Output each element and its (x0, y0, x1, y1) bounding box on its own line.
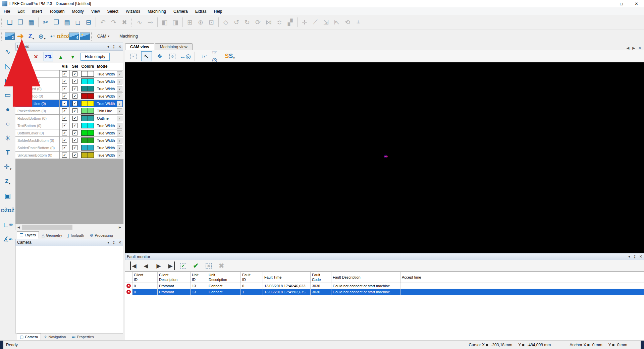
open-path-icon[interactable]: ∿ (134, 17, 145, 27)
visibility-checkbox[interactable]: ✓ (62, 108, 67, 113)
flip-left-icon[interactable]: ◧ (159, 17, 170, 27)
flip-right-icon[interactable]: ◨ (170, 17, 181, 27)
selectable-checkbox[interactable]: ✓ (72, 94, 77, 99)
mode-dropdown[interactable]: ∨ (117, 86, 122, 92)
board-production-wizard-icon[interactable]: 2 (4, 31, 15, 42)
rotate-angle-icon[interactable]: ⟳ (253, 17, 263, 27)
offset-icon[interactable]: ± (353, 17, 364, 27)
rotate-anchor-icon[interactable]: ⟲ (342, 17, 353, 27)
save-icon[interactable]: ▦ (26, 17, 37, 27)
visibility-checkbox[interactable]: ✓ (62, 123, 67, 128)
layer-color-swatch[interactable] (81, 93, 94, 99)
pin-icon[interactable]: ⊶ (633, 255, 637, 258)
rotate-ccw-icon[interactable]: ↺ (231, 17, 242, 27)
group-star-icon[interactable]: ⊛ (195, 17, 206, 27)
unaccept-all-icon[interactable]: ✖ (217, 261, 226, 270)
visibility-checkbox[interactable]: ✓ (62, 94, 67, 99)
selectable-checkbox[interactable]: ✓ (72, 79, 77, 84)
paste-icon[interactable]: ▤ (62, 17, 72, 27)
layer-color-swatch[interactable] (81, 86, 94, 92)
menu-select[interactable]: Select (104, 7, 122, 15)
minimize-button[interactable]: – (599, 0, 614, 7)
first-fault-icon[interactable]: ◀ (130, 261, 138, 270)
visibility-checkbox[interactable]: ✓ (62, 71, 67, 76)
layer-color-swatch[interactable] (81, 145, 94, 151)
camera-panel-header[interactable]: Camera ▾ ⊶ ✕ (15, 239, 123, 246)
selectable-checkbox[interactable]: ✓ (72, 130, 77, 135)
open-icon[interactable]: ❒ (15, 17, 26, 27)
selectable-checkbox[interactable]: ✓ (72, 145, 77, 150)
cam-view-combo[interactable]: CAM▾ (95, 34, 112, 39)
close-panel-icon[interactable]: ✕ (118, 240, 121, 245)
menu-wizards[interactable]: Wizards (122, 7, 144, 15)
image-star-icon[interactable]: ✶ (79, 31, 90, 42)
tab-properties[interactable]: ≕Properties (69, 334, 97, 340)
layer-row[interactable]: SolderMaskBottom (0) ✓ ✓ True Width∨ (15, 137, 123, 144)
copy-icon[interactable]: ❐ (51, 17, 62, 27)
visibility-checkbox[interactable]: ✓ (62, 79, 67, 84)
tab-scroll-right-icon[interactable]: ▶ (632, 46, 635, 50)
ungroup-icon[interactable]: ⊡ (206, 17, 217, 27)
layer-color-swatch[interactable] (81, 101, 94, 106)
anchor-tool-icon[interactable]: ⊕▾ (37, 31, 47, 42)
menu-camera[interactable]: Camera (170, 7, 192, 15)
unaccept-selected-icon[interactable]: ✖ (204, 261, 213, 270)
angle-90-icon[interactable]: ∟90 (2, 220, 13, 230)
cam-canvas[interactable]: ✳ (125, 62, 644, 253)
previous-fault-icon[interactable]: ◀ (142, 261, 150, 270)
visibility-checkbox[interactable]: ✓ (62, 153, 67, 158)
tab-cam-view[interactable]: CAM view (125, 43, 154, 50)
scroll-right-icon[interactable]: ▶ (117, 226, 123, 229)
redo-icon[interactable]: ↷ (108, 17, 119, 27)
image-4-icon[interactable]: 4 (69, 31, 79, 42)
cut-icon[interactable]: ✂ (40, 17, 51, 27)
visibility-checkbox[interactable]: ✓ (62, 101, 67, 106)
flash-aperture-icon[interactable]: ✳ (2, 133, 13, 143)
layer-row[interactable]: RuboutBottom (0) ✓ ✓ Outline∨ (15, 115, 123, 122)
new-icon[interactable]: ❏ (4, 17, 15, 27)
toolbar-grip[interactable] (1, 32, 3, 41)
layer-row[interactable]: TextBottom (0) ✓ ✓ True Width∨ (15, 122, 123, 129)
tab-navigation[interactable]: ✧Navigation (41, 334, 69, 340)
selectable-checkbox[interactable]: ✓ (72, 108, 77, 113)
draw-curve-icon[interactable]: ∿ (2, 47, 13, 57)
technology-dialog-icon[interactable]: Z▾ (26, 31, 37, 42)
mode-dropdown[interactable]: ∨ (117, 116, 122, 121)
mode-dropdown[interactable]: ∨ (117, 94, 122, 99)
zorder-dropdown-icon[interactable]: Z▾ (2, 176, 13, 186)
camera-image-icon[interactable]: ▣ (2, 191, 13, 201)
drill-pins-icon[interactable]: ǄǄ (58, 31, 69, 42)
mode-dropdown[interactable]: ∨ (117, 71, 122, 77)
layers-panel-header[interactable]: Layers ▾ ⊶ ✕ (15, 43, 123, 51)
mode-dropdown[interactable]: ∨ (117, 101, 122, 107)
delete-icon[interactable]: ✖ (119, 17, 130, 27)
selectable-checkbox[interactable]: ✓ (72, 101, 77, 106)
mode-dropdown[interactable]: ∨ (117, 123, 122, 129)
layer-color-swatch[interactable] (81, 115, 94, 121)
undo-icon[interactable]: ↶ (98, 17, 108, 27)
closed-path-icon[interactable]: ⊸ (145, 17, 156, 27)
maximize-button[interactable]: ◻ (614, 0, 629, 7)
print-icon[interactable]: ⊟ (83, 17, 94, 27)
anchor-dropdown-icon[interactable]: ✛▾ (2, 162, 13, 172)
mode-dropdown[interactable]: ∨ (117, 145, 122, 151)
step-repeat-icon[interactable]: ▞ (285, 17, 296, 27)
last-fault-icon[interactable]: ▶ (167, 261, 175, 270)
mode-dropdown[interactable]: ∨ (117, 153, 122, 158)
rotate-cw-icon[interactable]: ↻ (242, 17, 253, 27)
group-add-icon[interactable]: ⊞ (184, 17, 195, 27)
accept-selected-icon[interactable]: ✔ (179, 261, 187, 270)
pin-icon[interactable]: ⊶ (112, 45, 116, 49)
menu-insert[interactable]: Insert (28, 7, 46, 15)
menu-view[interactable]: View (88, 7, 104, 15)
tab-toolpath[interactable]: ʃToolpath (65, 232, 87, 239)
layers-horizontal-scrollbar[interactable]: ◀ ▶ (15, 224, 123, 230)
tab-camera[interactable]: ▢Camera (17, 333, 41, 341)
menu-file[interactable]: File (0, 7, 14, 15)
tab-geometry[interactable]: △Geometry (39, 232, 65, 239)
move-icon[interactable]: ✛ (299, 17, 310, 27)
next-fault-icon[interactable]: ▶ (154, 261, 163, 270)
visibility-checkbox[interactable]: ✓ (62, 116, 67, 121)
scale-down-icon[interactable]: ⇲ (321, 17, 331, 27)
panel-menu-icon[interactable]: ▾ (107, 240, 109, 245)
